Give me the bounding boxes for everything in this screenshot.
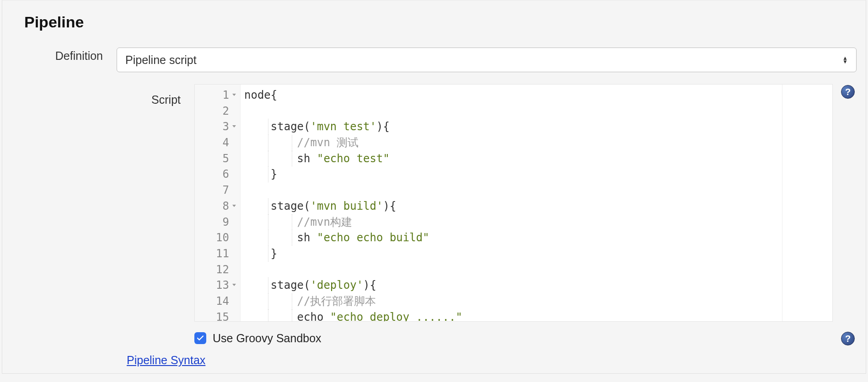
token-fn: echo	[297, 311, 330, 321]
definition-row: Definition Pipeline script ▲▼	[2, 48, 866, 72]
line-number: 8	[223, 200, 229, 212]
code-line[interactable]: sh "echo echo build"	[244, 230, 782, 246]
code-line[interactable]: stage('mvn build'){	[244, 198, 782, 214]
help-icon[interactable]: ?	[841, 85, 855, 99]
gutter-line: 2	[195, 103, 240, 119]
script-body: 123456789101112131415 node{ stage('mvn t…	[194, 84, 857, 322]
token-str: 'mvn test'	[311, 120, 377, 133]
gutter-line: 14	[195, 293, 240, 309]
code-line[interactable]	[244, 262, 782, 278]
fold-arrow-icon[interactable]	[232, 278, 236, 294]
token-brace: }	[271, 168, 277, 180]
gutter-line: 12	[195, 262, 240, 278]
code-line[interactable]: stage('deploy'){	[244, 277, 782, 293]
gutter-line: 3	[195, 119, 240, 135]
token-fn: stage	[271, 279, 304, 292]
code-line[interactable]: //mvn 测试	[244, 135, 782, 151]
script-editor[interactable]: 123456789101112131415 node{ stage('mvn t…	[194, 84, 833, 322]
gutter-line: 10	[195, 230, 240, 246]
token-str: 'deploy'	[311, 279, 364, 292]
script-label: Script	[2, 84, 194, 106]
code-line[interactable]: stage('mvn test'){	[244, 119, 782, 135]
gutter-line: 13	[195, 277, 240, 293]
code-line[interactable]: node{	[244, 87, 782, 103]
definition-selected-option: Pipeline script	[125, 53, 197, 67]
token-fn: stage	[271, 120, 304, 133]
line-number: 13	[216, 279, 229, 292]
line-number: 11	[216, 247, 229, 260]
gutter-line: 8	[195, 198, 240, 214]
code-line[interactable]: echo "echo deploy ......"	[244, 309, 782, 321]
pipeline-config-page: Pipeline Definition Pipeline script ▲▼ S…	[2, 0, 866, 374]
gutter-line: 15	[195, 309, 240, 322]
line-number: 6	[223, 168, 229, 180]
token-fn: sh	[297, 152, 317, 165]
editor-code-area[interactable]: node{ stage('mvn test'){ //mvn 测试 sh "ec…	[241, 85, 782, 321]
gutter-line: 6	[195, 166, 240, 182]
script-row: Script 123456789101112131415 node{ stage…	[2, 84, 866, 322]
script-help-col: ?	[841, 84, 857, 99]
line-number: 14	[216, 295, 229, 308]
fold-arrow-icon[interactable]	[232, 88, 236, 104]
sandbox-help-col: ?	[841, 331, 857, 345]
editor-gutter: 123456789101112131415	[195, 85, 241, 321]
definition-body: Pipeline script ▲▼	[117, 48, 857, 72]
gutter-line: 7	[195, 182, 240, 198]
sandbox-label: Use Groovy Sandbox	[213, 332, 321, 345]
token-str: "echo echo build"	[317, 231, 429, 244]
check-icon	[196, 334, 204, 342]
line-number: 2	[223, 105, 229, 117]
gutter-line: 4	[195, 135, 240, 151]
pipeline-syntax-link[interactable]: Pipeline Syntax	[127, 354, 205, 366]
definition-label: Definition	[2, 48, 117, 63]
token-brace: ){	[383, 200, 396, 212]
line-number: 1	[223, 89, 229, 101]
token-str: "echo test"	[317, 152, 390, 165]
code-line[interactable]: //执行部署脚本	[244, 293, 782, 309]
line-number: 10	[216, 231, 229, 244]
token-comment: //mvn构建	[297, 216, 352, 228]
token-comment: //执行部署脚本	[297, 295, 376, 308]
line-number: 4	[223, 136, 229, 149]
line-number: 3	[223, 120, 229, 133]
sandbox-body: Use Groovy Sandbox	[194, 332, 841, 345]
line-number: 9	[223, 216, 229, 228]
gutter-line: 9	[195, 214, 240, 230]
pipeline-syntax-row: Pipeline Syntax	[2, 351, 866, 373]
token-brace: ){	[376, 120, 390, 133]
help-icon[interactable]: ?	[841, 332, 855, 345]
token-brace: {	[271, 89, 277, 101]
token-str: 'mvn build'	[311, 200, 383, 212]
token-str: "echo deploy ......"	[330, 311, 462, 321]
gutter-line: 1	[195, 87, 240, 103]
fold-arrow-icon[interactable]	[232, 199, 236, 215]
token-brace: (	[304, 200, 310, 212]
code-line[interactable]	[244, 182, 782, 198]
token-fn: stage	[271, 200, 304, 212]
token-fn: sh	[297, 231, 317, 244]
token-comment: //mvn 测试	[297, 136, 359, 149]
line-number: 5	[223, 152, 229, 165]
gutter-line: 5	[195, 151, 240, 167]
line-number: 12	[216, 263, 229, 276]
select-arrows-icon: ▲▼	[842, 56, 848, 64]
line-number: 15	[216, 311, 229, 322]
code-line[interactable]: //mvn构建	[244, 214, 782, 230]
line-number: 7	[223, 184, 229, 196]
code-line[interactable]	[244, 103, 782, 119]
token-brace: ){	[363, 279, 376, 292]
token-kw: node	[244, 89, 271, 101]
token-brace: (	[304, 279, 310, 292]
code-line[interactable]: }	[244, 166, 782, 182]
sandbox-checkbox[interactable]	[194, 332, 206, 344]
sandbox-row: Use Groovy Sandbox ?	[2, 322, 866, 351]
code-line[interactable]: sh "echo test"	[244, 151, 782, 167]
definition-select[interactable]: Pipeline script ▲▼	[117, 48, 857, 72]
gutter-line: 11	[195, 246, 240, 262]
editor-scrollbar[interactable]	[782, 85, 832, 321]
token-brace: }	[271, 247, 277, 260]
token-brace: (	[304, 120, 310, 133]
code-line[interactable]: }	[244, 246, 782, 262]
section-title: Pipeline	[24, 13, 866, 31]
fold-arrow-icon[interactable]	[232, 120, 236, 136]
